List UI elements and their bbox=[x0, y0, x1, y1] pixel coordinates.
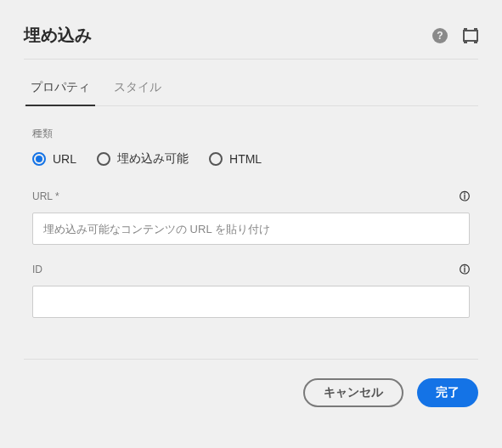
dialog-footer: キャンセル 完了 bbox=[24, 359, 478, 407]
tab-label: プロパティ bbox=[31, 80, 90, 94]
button-label: 完了 bbox=[436, 385, 460, 400]
radio-icon bbox=[97, 152, 110, 166]
id-input[interactable] bbox=[32, 286, 470, 318]
header-icons: ? bbox=[432, 28, 478, 43]
radio-icon bbox=[209, 152, 223, 166]
radio-embeddable[interactable]: 埋め込み可能 bbox=[97, 151, 189, 167]
info-icon[interactable]: ⓘ bbox=[460, 191, 470, 201]
tabs: プロパティ スタイル bbox=[24, 66, 478, 106]
button-label: キャンセル bbox=[324, 385, 383, 400]
id-label: ID bbox=[32, 264, 42, 275]
dialog-title: 埋め込み bbox=[24, 24, 92, 47]
tab-properties[interactable]: プロパティ bbox=[31, 80, 90, 105]
url-label: URL * bbox=[32, 190, 59, 202]
dialog-header: 埋め込み ? bbox=[24, 24, 478, 60]
type-label: 種類 bbox=[32, 127, 470, 141]
radio-label: URL bbox=[53, 152, 76, 166]
type-field: 種類 URL 埋め込み可能 HTML bbox=[32, 127, 470, 167]
tab-label: スタイル bbox=[114, 80, 161, 94]
help-icon[interactable]: ? bbox=[432, 28, 448, 43]
form-section: 種類 URL 埋め込み可能 HTML URL * ⓘ ID ⓘ bbox=[24, 106, 478, 318]
fullscreen-icon[interactable] bbox=[463, 28, 478, 43]
radio-icon bbox=[32, 152, 46, 166]
radio-label: HTML bbox=[229, 152, 262, 166]
svg-rect-0 bbox=[464, 31, 477, 41]
info-icon[interactable]: ⓘ bbox=[460, 264, 470, 275]
radio-url[interactable]: URL bbox=[32, 152, 76, 166]
radio-html[interactable]: HTML bbox=[209, 152, 262, 166]
done-button[interactable]: 完了 bbox=[417, 378, 478, 407]
radio-label: 埋め込み可能 bbox=[117, 151, 189, 167]
cancel-button[interactable]: キャンセル bbox=[303, 378, 403, 407]
url-field-block: URL * ⓘ bbox=[32, 190, 470, 245]
id-field-block: ID ⓘ bbox=[32, 264, 470, 318]
tab-styles[interactable]: スタイル bbox=[114, 80, 161, 105]
url-input[interactable] bbox=[32, 213, 470, 245]
type-radio-group: URL 埋め込み可能 HTML bbox=[32, 151, 470, 167]
